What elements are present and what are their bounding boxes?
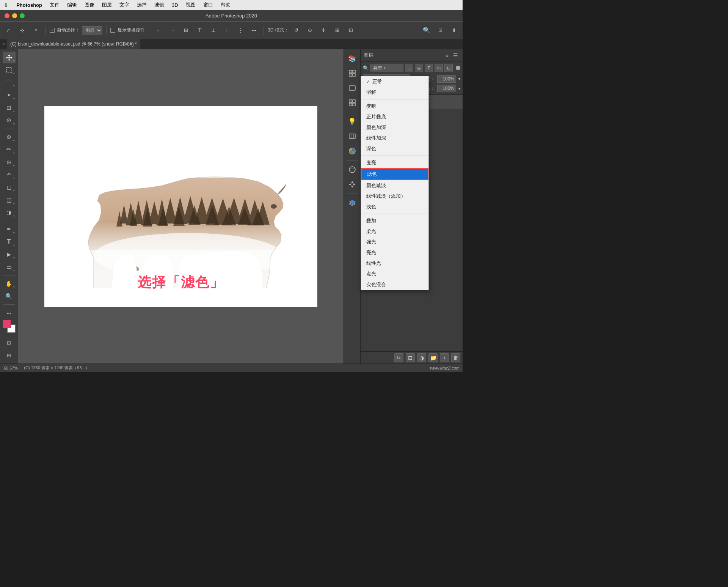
properties-icon[interactable] <box>345 81 359 95</box>
layers-menu-icon[interactable]: ☰ <box>452 52 460 59</box>
blend-mode-color-burn[interactable]: 颜色加深 <box>361 122 428 133</box>
learn-icon[interactable]: 📚 <box>345 52 359 65</box>
adjustments-grid-icon[interactable] <box>345 96 359 110</box>
lasso-tool[interactable]: ⌒▾ <box>3 77 16 88</box>
apple-menu[interactable]:  <box>4 1 9 9</box>
more-options-icon[interactable]: ••• <box>248 25 260 36</box>
share-icon[interactable]: ⬆ <box>448 25 460 36</box>
layers-filter-type[interactable]: 类型 ▾ <box>370 64 403 72</box>
align-bottom-icon[interactable]: ⊦ <box>221 25 232 36</box>
menu-view[interactable]: 视图 <box>184 1 197 9</box>
gradient-tool[interactable]: ◫▾ <box>3 194 16 206</box>
path-select-tool[interactable]: ▶▾ <box>3 249 16 260</box>
filter-toggle[interactable] <box>456 66 460 70</box>
blend-mode-linear-light[interactable]: 线性光 <box>361 258 428 269</box>
menu-window[interactable]: 窗口 <box>202 1 215 9</box>
blend-mode-normal[interactable]: 正常 <box>361 76 428 87</box>
more-tools-icon[interactable]: ••• <box>3 307 16 319</box>
opacity-value[interactable]: 100% <box>437 75 456 83</box>
3d-object-icon[interactable] <box>345 163 359 176</box>
node-graph-icon[interactable] <box>345 178 359 191</box>
blend-mode-vivid-light[interactable]: 亮光 <box>361 247 428 258</box>
eyedropper-tool[interactable]: ⊘▾ <box>3 115 16 126</box>
filter-pixel-icon[interactable]: ⬚ <box>405 64 413 72</box>
layers-collapse-icon[interactable]: » <box>444 52 450 59</box>
menu-photoshop[interactable]: Photoshop <box>15 2 44 9</box>
marquee-tool[interactable]: ▾ <box>3 64 16 76</box>
filter-text-icon[interactable]: T <box>425 64 433 72</box>
filter-type-dropdown[interactable]: ▾ <box>384 66 386 70</box>
3d-camera-icon[interactable]: ⊡ <box>345 25 357 36</box>
3d-rotate-icon[interactable]: ↺ <box>291 25 302 36</box>
magic-wand-tool[interactable]: ✦▾ <box>3 89 16 101</box>
clone-tool[interactable]: ⊛▾ <box>3 156 16 168</box>
healing-tool[interactable]: ⊕▾ <box>3 131 16 143</box>
align-right-icon[interactable]: ⊟ <box>180 25 191 36</box>
3d-slide-icon[interactable]: ⊞ <box>332 25 343 36</box>
blend-mode-dissolve[interactable]: 溶解 <box>361 87 428 98</box>
menu-text[interactable]: 文字 <box>118 1 131 9</box>
new-layer-icon[interactable]: + <box>440 353 449 362</box>
color-wheel-icon[interactable] <box>345 144 359 158</box>
adjustment-icon[interactable] <box>345 129 359 143</box>
auto-select-checkbox[interactable] <box>50 28 55 33</box>
dodge-tool[interactable]: ◑▾ <box>3 207 16 219</box>
delete-layer-icon[interactable]: 🗑 <box>451 353 460 362</box>
blend-mode-darken[interactable]: 变暗 <box>361 101 428 112</box>
3d-pan-icon[interactable]: ✢ <box>318 25 329 36</box>
transform-checkbox[interactable] <box>110 28 115 33</box>
blend-mode-pin-light[interactable]: 点光 <box>361 269 428 279</box>
menu-select[interactable]: 选择 <box>135 1 148 9</box>
move-tool[interactable]: ▾ <box>3 52 16 63</box>
new-adjustment-icon[interactable]: ◑ <box>417 353 426 362</box>
menu-image[interactable]: 图像 <box>83 1 96 9</box>
layers-icon[interactable] <box>345 196 359 210</box>
layer-select[interactable]: 图层 <box>82 26 102 35</box>
active-tab[interactable]: (C) bison_downloadable-asset.psd @ 66.7%… <box>7 39 140 49</box>
blend-mode-screen[interactable]: 滤色 <box>361 168 428 180</box>
align-top-icon[interactable]: ⊤ <box>194 25 205 36</box>
add-mask-icon[interactable]: ⊟ <box>406 353 415 362</box>
workspace-icon[interactable]: ⊡ <box>435 25 446 36</box>
filter-adjustment-icon[interactable]: ◎ <box>415 64 423 72</box>
eraser-tool[interactable]: ◻▾ <box>3 181 16 193</box>
menu-layer[interactable]: 图层 <box>100 1 113 9</box>
search-icon[interactable]: 🔍 <box>421 25 432 36</box>
pen-tool[interactable]: ✒▾ <box>3 223 16 235</box>
menu-edit[interactable]: 编辑 <box>66 1 78 9</box>
brush-tool[interactable]: ✏▾ <box>3 144 16 156</box>
3d-orbit-icon[interactable]: ⊙ <box>304 25 316 36</box>
fill-dropdown-arrow[interactable]: ▾ <box>458 87 460 91</box>
arrange-icon[interactable]: ▾ <box>30 25 42 36</box>
blend-mode-lighten[interactable]: 变亮 <box>361 157 428 168</box>
filter-shape-icon[interactable]: ▭ <box>435 64 443 72</box>
blend-mode-dropdown[interactable]: 正常 溶解 变暗 正片叠底 颜色加深 线性加深 深色 <box>361 76 429 290</box>
move-tool-icon[interactable]: ⊹ <box>17 25 28 36</box>
text-tool[interactable]: T▾ <box>3 236 16 248</box>
blend-mode-linear-burn[interactable]: 线性加深 <box>361 133 428 143</box>
menu-filter[interactable]: 滤镜 <box>153 1 166 9</box>
blend-mode-linear-dodge[interactable]: 线性减淡（添加） <box>361 191 428 201</box>
menu-3d[interactable]: 3D <box>170 2 180 9</box>
blend-mode-overlay[interactable]: 叠加 <box>361 216 428 226</box>
minimize-button[interactable] <box>12 13 17 18</box>
shape-tool[interactable]: ▭▾ <box>3 261 16 273</box>
crop-tool[interactable]: ⊡▾ <box>3 102 16 114</box>
home-icon[interactable]: ⌂ <box>3 25 14 36</box>
maximize-button[interactable] <box>20 13 25 18</box>
screen-mode-icon[interactable]: ⊞ <box>3 349 16 361</box>
align-center-v-icon[interactable]: ⊥ <box>207 25 219 36</box>
blend-mode-hard-mix[interactable]: 实色混合 <box>361 279 428 290</box>
history-brush-tool[interactable]: ↶▾ <box>3 169 16 181</box>
blend-mode-darker-color[interactable]: 深色 <box>361 143 428 154</box>
opacity-dropdown-arrow[interactable]: ▾ <box>458 77 460 81</box>
close-button[interactable] <box>5 13 9 18</box>
add-layer-style-icon[interactable]: fx <box>394 353 403 362</box>
blend-mode-multiply[interactable]: 正片叠底 <box>361 112 428 122</box>
align-left-icon[interactable]: ⊢ <box>153 25 164 36</box>
blend-mode-hard-light[interactable]: 强光 <box>361 237 428 247</box>
menu-file[interactable]: 文件 <box>48 1 61 9</box>
foreground-color-swatch[interactable] <box>3 320 11 328</box>
blend-mode-color-dodge[interactable]: 颜色减淡 <box>361 180 428 191</box>
align-center-h-icon[interactable]: ⊣ <box>166 25 178 36</box>
